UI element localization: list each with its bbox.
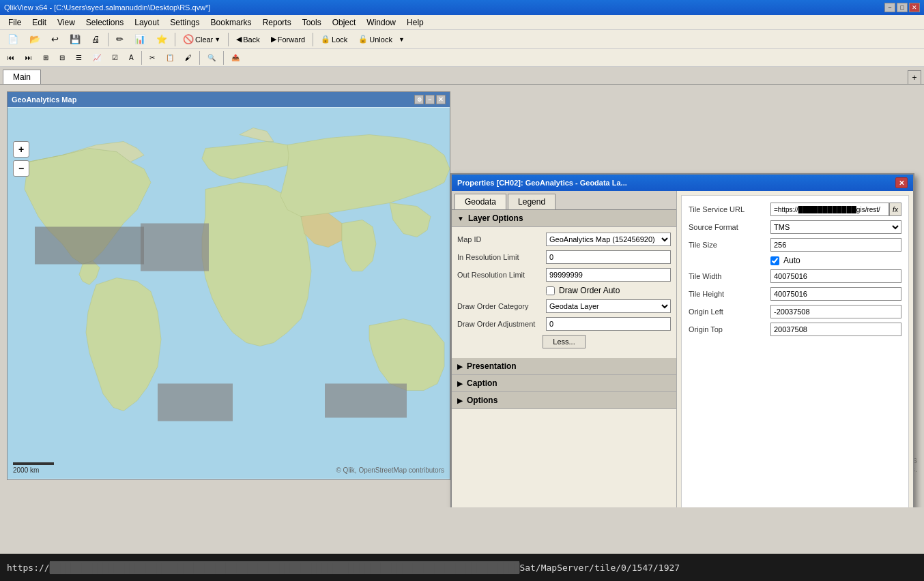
next-page-button[interactable]: ⏭ — [20, 50, 37, 65]
menu-edit[interactable]: Edit — [27, 16, 52, 29]
map-minimize-button[interactable]: − — [425, 95, 435, 104]
tab-bar: Main + — [0, 67, 924, 85]
svg-rect-3 — [325, 384, 407, 418]
tile-height-input[interactable] — [770, 287, 901, 301]
auto-checkbox[interactable] — [770, 256, 779, 265]
paste-button[interactable]: 📋 — [161, 50, 179, 65]
origin-top-label: Origin Top — [689, 325, 770, 333]
chart-button[interactable]: 📊 — [130, 32, 150, 47]
source-format-row: Source Format TMS — [689, 220, 901, 234]
main-content: GeoAnalytics Map ⚙ − ✕ — [0, 85, 924, 507]
export-button[interactable]: 📤 — [227, 50, 244, 65]
map-settings-button[interactable]: ⚙ — [414, 95, 424, 104]
undo-button[interactable]: ↩ — [46, 32, 63, 47]
toolbar-separator-2 — [175, 33, 175, 46]
tile-size-label: Tile Size — [689, 241, 770, 249]
tile-width-label: Tile Width — [689, 272, 770, 280]
options-section-header[interactable]: ▶ Options — [452, 392, 676, 409]
menu-object[interactable]: Object — [327, 16, 362, 29]
add-tab-button[interactable]: + — [908, 70, 921, 84]
source-format-container: TMS — [770, 220, 901, 234]
tile-size-input[interactable] — [770, 238, 901, 252]
out-resolution-input[interactable] — [546, 268, 671, 282]
close-button[interactable]: ✕ — [909, 3, 920, 12]
origin-top-input[interactable] — [770, 323, 901, 336]
edit-mode-button[interactable]: ✏ — [111, 32, 128, 47]
table-button[interactable]: ⊞ — [38, 50, 53, 65]
menu-bookmarks[interactable]: Bookmarks — [205, 16, 257, 29]
forward-button[interactable]: ▶ Forward — [266, 32, 310, 47]
checkbox-button[interactable]: ☑ — [107, 50, 123, 65]
toolbar2-sep2 — [199, 51, 200, 65]
draw-order-auto-checkbox[interactable] — [546, 286, 555, 295]
zoom-button[interactable]: 🔍 — [203, 50, 220, 65]
menu-window[interactable]: Window — [361, 16, 401, 29]
tile-url-container: fx — [770, 203, 901, 216]
svg-rect-2 — [158, 384, 233, 421]
list-button[interactable]: ☰ — [71, 50, 87, 65]
layer-options-section-header[interactable]: ▼ Layer Options — [452, 210, 676, 227]
in-resolution-label: In Resolution Limit — [457, 253, 546, 261]
fx-button[interactable]: fx — [889, 203, 901, 216]
menu-help[interactable]: Help — [401, 16, 429, 29]
menu-layout[interactable]: Layout — [129, 16, 164, 29]
menu-tools[interactable]: Tools — [297, 16, 327, 29]
prev-page-button[interactable]: ⏮ — [3, 50, 19, 65]
zoom-out-button[interactable]: − — [13, 160, 29, 177]
menu-selections[interactable]: Selections — [81, 16, 129, 29]
less-button[interactable]: Less... — [543, 335, 585, 348]
unlock-button[interactable]: 🔓 Unlock — [353, 32, 397, 47]
origin-top-row: Origin Top — [689, 323, 901, 336]
map-scale: 2000 km — [13, 462, 54, 474]
text-button[interactable]: A — [124, 50, 139, 65]
minimize-button[interactable]: − — [884, 3, 895, 12]
map-close-button[interactable]: ✕ — [436, 95, 446, 104]
bar-chart-button[interactable]: 📈 — [88, 50, 106, 65]
menu-reports[interactable]: Reports — [257, 16, 297, 29]
options-label: Options — [467, 396, 497, 405]
in-resolution-input[interactable] — [546, 250, 671, 264]
format-paint-button[interactable]: 🖌 — [180, 50, 197, 65]
menu-settings[interactable]: Settings — [164, 16, 205, 29]
menu-view[interactable]: View — [52, 16, 81, 29]
save-button[interactable]: 💾 — [65, 32, 85, 47]
tile-width-input[interactable] — [770, 269, 901, 283]
auto-row: Auto — [689, 256, 901, 265]
map-panel-title: GeoAnalytics Map — [12, 95, 76, 104]
bookmark-button[interactable]: ⭐ — [151, 32, 172, 47]
tab-geodata[interactable]: Geodata — [454, 194, 506, 209]
map-id-select[interactable]: GeoAnalytics Map (152456920) — [546, 233, 671, 246]
map-id-row: Map ID GeoAnalytics Map (152456920) — [457, 233, 671, 246]
options-arrow: ▶ — [457, 397, 463, 404]
clear-button[interactable]: 🚫 Clear ▼ — [178, 32, 225, 47]
back-button[interactable]: ◀ Back — [231, 32, 264, 47]
scale-label: 2000 km — [13, 466, 39, 474]
cut-button[interactable]: ✂ — [145, 50, 160, 65]
tile-service-url-input[interactable] — [770, 203, 889, 216]
tab-legend[interactable]: Legend — [508, 194, 555, 209]
zoom-in-button[interactable]: + — [13, 141, 29, 158]
toolbar-dropdown-arrow[interactable]: ▼ — [399, 36, 405, 43]
maximize-button[interactable]: □ — [897, 3, 908, 12]
source-format-select[interactable]: TMS — [770, 220, 901, 234]
tab-main[interactable]: Main — [3, 70, 41, 84]
toolbar-separator-4 — [313, 33, 313, 46]
presentation-label: Presentation — [467, 361, 517, 371]
dialog-close-button[interactable]: ✕ — [895, 177, 908, 188]
open-button[interactable]: 📂 — [25, 32, 45, 47]
origin-left-input[interactable] — [770, 305, 901, 318]
print-button[interactable]: 🖨 — [87, 32, 105, 47]
toolbar2-sep1 — [141, 51, 142, 65]
pivot-button[interactable]: ⊟ — [55, 50, 70, 65]
draw-order-category-select[interactable]: Geodata Layer — [546, 299, 671, 313]
draw-order-adjustment-input[interactable] — [546, 317, 671, 331]
new-button[interactable]: 📄 — [3, 32, 23, 47]
toolbar-separator-1 — [108, 33, 109, 46]
dialog-body: Geodata Legend ▼ Layer Options Map ID — [452, 191, 913, 507]
svg-rect-4 — [35, 227, 144, 265]
menu-file[interactable]: File — [3, 16, 27, 29]
origin-left-row: Origin Left — [689, 305, 901, 318]
presentation-section-header[interactable]: ▶ Presentation — [452, 358, 676, 375]
lock-button[interactable]: 🔒 Lock — [316, 32, 352, 47]
caption-section-header[interactable]: ▶ Caption — [452, 375, 676, 392]
